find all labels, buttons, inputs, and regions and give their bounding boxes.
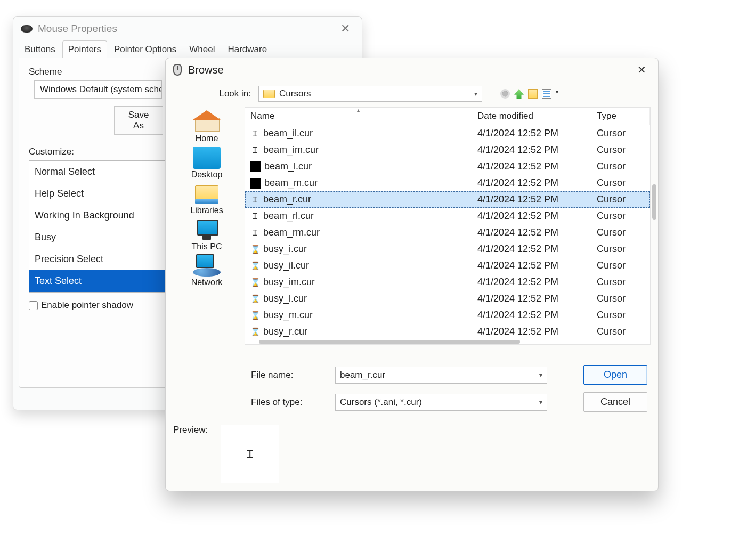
file-date-cell: 4/1/2024 12:52 PM (472, 260, 591, 271)
chevron-down-icon[interactable]: ▾ (556, 89, 561, 99)
file-type-cell: Cursor (591, 194, 650, 205)
places-bar: Home Desktop Libraries This PC Network (173, 107, 240, 355)
back-icon[interactable] (500, 89, 510, 99)
tab-buttons[interactable]: Buttons (19, 40, 61, 58)
save-as-button[interactable]: Save As (114, 106, 163, 135)
file-name-cell: beam_r.cur (245, 194, 472, 205)
tab-pointers[interactable]: Pointers (62, 40, 107, 58)
file-name-text: busy_im.cur (263, 277, 315, 288)
file-row[interactable]: busy_r.cur4/1/2024 12:52 PMCursor (245, 323, 650, 339)
horizontal-scrollbar-thumb[interactable] (259, 340, 520, 344)
file-date-cell: 4/1/2024 12:52 PM (472, 161, 591, 172)
file-name-cell: beam_m.cur (245, 177, 472, 189)
file-list-header: ▴ Name Date modified Type (245, 108, 650, 125)
file-type-cell: Cursor (591, 260, 650, 271)
file-type-cell: Cursor (591, 326, 650, 337)
file-name-text: busy_m.cur (263, 310, 313, 321)
file-date-cell: 4/1/2024 12:52 PM (472, 210, 591, 222)
sort-ascending-icon: ▴ (357, 107, 360, 113)
preview-cursor-icon: Ꮖ (247, 448, 254, 460)
place-label: Home (193, 134, 221, 143)
ibeam-cursor-icon (250, 228, 260, 238)
column-type[interactable]: Type (591, 108, 650, 125)
new-folder-icon[interactable] (528, 89, 538, 99)
ibeam-cursor-icon (250, 195, 260, 205)
file-row[interactable]: beam_m.cur4/1/2024 12:52 PMCursor (245, 175, 650, 191)
browse-titlebar[interactable]: Browse ✕ (166, 58, 658, 82)
hour-cursor-icon (250, 261, 260, 271)
pointer-shadow-label: Enable pointer shadow (41, 300, 133, 311)
file-date-cell: 4/1/2024 12:52 PM (472, 326, 591, 337)
file-name-text: beam_l.cur (264, 161, 312, 172)
cancel-button[interactable]: Cancel (583, 392, 647, 412)
column-name[interactable]: ▴ Name (245, 108, 472, 125)
file-type-cell: Cursor (591, 161, 650, 172)
file-name-text: busy_i.cur (263, 244, 307, 255)
place-label: Network (191, 278, 223, 287)
hour-cursor-icon (250, 245, 260, 254)
file-type-select[interactable]: Cursors (*.ani, *.cur) ▾ (335, 394, 547, 411)
file-type-cell: Cursor (591, 244, 650, 255)
file-name-text: busy_il.cur (263, 260, 309, 271)
vertical-scrollbar-thumb[interactable] (652, 184, 656, 220)
file-name-cell: busy_m.cur (245, 310, 472, 321)
tab-wheel[interactable]: Wheel (183, 40, 221, 58)
place-libraries[interactable]: Libraries (190, 182, 223, 215)
file-row[interactable]: beam_rl.cur4/1/2024 12:52 PMCursor (245, 208, 650, 224)
horizontal-scrollbar[interactable] (245, 339, 650, 344)
place-this-pc[interactable]: This PC (192, 218, 222, 251)
file-row[interactable]: beam_rm.cur4/1/2024 12:52 PMCursor (245, 224, 650, 241)
mouse-title: Mouse Properties (38, 23, 336, 35)
hour-cursor-icon (250, 327, 260, 337)
file-rows[interactable]: beam_il.cur4/1/2024 12:52 PMCursorbeam_i… (245, 125, 650, 339)
up-one-level-icon[interactable] (514, 89, 524, 99)
file-row[interactable]: busy_il.cur4/1/2024 12:52 PMCursor (245, 257, 650, 274)
file-row-selected[interactable]: beam_r.cur4/1/2024 12:52 PMCursor (245, 191, 650, 208)
tab-hardware[interactable]: Hardware (222, 40, 273, 58)
close-icon[interactable]: ✕ (336, 22, 354, 36)
file-name-text: beam_im.cur (263, 144, 319, 156)
mouse-tabs: Buttons Pointers Pointer Options Wheel H… (13, 40, 362, 58)
file-row[interactable]: busy_l.cur4/1/2024 12:52 PMCursor (245, 290, 650, 307)
file-row[interactable]: busy_i.cur4/1/2024 12:52 PMCursor (245, 241, 650, 257)
file-type-cell: Cursor (591, 144, 650, 156)
place-network[interactable]: Network (191, 254, 223, 287)
file-name-cell: busy_i.cur (245, 244, 472, 255)
file-row[interactable]: beam_l.cur4/1/2024 12:52 PMCursor (245, 158, 650, 175)
ibeam-cursor-icon (250, 212, 260, 221)
file-row[interactable]: busy_im.cur4/1/2024 12:52 PMCursor (245, 274, 650, 290)
tab-pointer-options[interactable]: Pointer Options (108, 40, 182, 58)
close-icon[interactable]: ✕ (633, 62, 651, 77)
chevron-down-icon[interactable]: ▾ (539, 399, 542, 406)
place-home[interactable]: Home (193, 110, 221, 143)
place-desktop[interactable]: Desktop (191, 147, 223, 180)
file-name-text: busy_r.cur (263, 326, 307, 337)
chevron-down-icon[interactable]: ▾ (539, 371, 542, 379)
mouse-titlebar[interactable]: Mouse Properties ✕ (13, 17, 362, 40)
file-row[interactable]: busy_m.cur4/1/2024 12:52 PMCursor (245, 307, 650, 323)
file-date-cell: 4/1/2024 12:52 PM (472, 310, 591, 321)
libraries-icon (193, 182, 221, 205)
column-date[interactable]: Date modified (472, 108, 591, 125)
file-row[interactable]: beam_im.cur4/1/2024 12:52 PMCursor (245, 142, 650, 158)
file-type-label: Files of type: (251, 397, 326, 408)
look-in-select[interactable]: Cursors ▾ (258, 86, 482, 102)
file-name-cell: busy_r.cur (245, 326, 472, 337)
file-name-label: File name: (251, 370, 326, 380)
file-name-text: beam_rl.cur (263, 210, 314, 222)
file-type-cell: Cursor (591, 310, 650, 321)
file-name-input[interactable]: beam_r.cur ▾ (335, 367, 547, 384)
file-name-text: busy_l.cur (263, 293, 307, 304)
view-menu-icon[interactable] (542, 89, 551, 99)
scheme-select[interactable]: Windows Default (system scheme) (34, 80, 162, 99)
checkbox-icon[interactable] (29, 301, 38, 310)
place-label: Desktop (191, 170, 223, 180)
ibeam-cursor-icon (250, 145, 260, 155)
hour-cursor-icon (250, 311, 260, 320)
hour-cursor-icon (250, 278, 260, 287)
open-button[interactable]: Open (583, 365, 647, 385)
file-row[interactable]: beam_il.cur4/1/2024 12:52 PMCursor (245, 125, 650, 142)
file-name-cell: busy_l.cur (245, 293, 472, 304)
hour-cursor-icon (250, 294, 260, 304)
desktop-icon (193, 147, 221, 169)
